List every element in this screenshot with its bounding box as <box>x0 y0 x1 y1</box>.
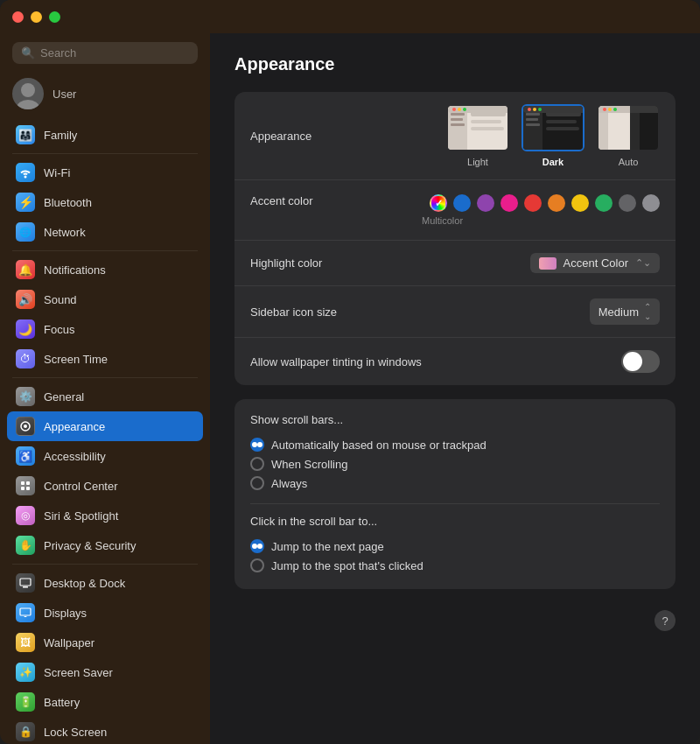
controlcenter-icon <box>16 476 35 495</box>
sidebar-item-battery[interactable]: 🔋 Battery <box>7 687 203 717</box>
accent-blue[interactable] <box>453 194 471 212</box>
minimize-button[interactable] <box>31 11 42 23</box>
sidebar-label-general: General <box>44 390 84 404</box>
click-option-spot[interactable]: Jump to the spot that's clicked <box>250 556 660 575</box>
svg-point-45 <box>613 108 617 111</box>
accent-silver[interactable] <box>642 194 660 212</box>
scrollbar-title: Show scroll bars... <box>250 413 660 426</box>
appearance-option-light[interactable]: Light <box>446 104 509 167</box>
sidebar-item-bluetooth[interactable]: ⚡ Bluetooth <box>7 187 203 217</box>
appearance-options-control: Light <box>422 104 660 167</box>
appearance-option-auto[interactable]: Auto <box>597 104 660 167</box>
sidebar-label-family: Family <box>44 129 77 142</box>
accent-sublabel: Multicolor <box>422 215 463 226</box>
lockscreen-icon: 🔒 <box>16 722 35 741</box>
svg-point-35 <box>538 108 542 111</box>
sidebar-item-sound[interactable]: 🔊 Sound <box>7 284 203 314</box>
page-title: Appearance <box>234 54 676 74</box>
accessibility-icon: ♿ <box>16 446 35 466</box>
sidebar-label-displays: Displays <box>44 607 87 620</box>
network-icon: 🌐 <box>16 222 35 242</box>
wifi-icon <box>16 163 35 182</box>
accent-red[interactable] <box>524 194 542 212</box>
avatar <box>12 78 44 109</box>
accent-graphite[interactable] <box>619 194 636 212</box>
svg-point-43 <box>603 108 606 111</box>
wallpaper-tinting-toggle[interactable] <box>621 350 660 373</box>
appearance-options: Light <box>446 104 660 167</box>
svg-rect-5 <box>26 481 30 485</box>
highlight-swatch <box>539 257 556 270</box>
appearance-option-dark[interactable]: Dark <box>522 104 584 167</box>
general-icon: ⚙️ <box>16 387 35 406</box>
radio-nextpage <box>250 539 264 553</box>
svg-rect-14 <box>451 113 465 116</box>
accent-green[interactable] <box>595 194 612 212</box>
accent-color-control: Multicolor <box>422 194 660 226</box>
svg-rect-31 <box>546 127 579 130</box>
accent-purple[interactable] <box>477 194 494 212</box>
accent-pink[interactable] <box>500 194 518 212</box>
main-content: Appearance Appearance <box>210 0 700 744</box>
svg-point-34 <box>533 108 536 111</box>
sidebar-label-wallpaper: Wallpaper <box>44 636 94 649</box>
svg-point-33 <box>528 108 531 111</box>
accent-color-row: Accent color <box>234 180 676 241</box>
click-option-nextpage[interactable]: Jump to the next page <box>250 537 660 556</box>
sidebar-icon-size-value: Medium <box>598 305 639 319</box>
svg-point-21 <box>452 108 456 111</box>
svg-rect-30 <box>546 120 577 123</box>
sidebar-item-focus[interactable]: 🌙 Focus <box>7 314 203 344</box>
sidebar-item-general[interactable]: ⚙️ General <box>7 382 203 411</box>
highlight-color-select[interactable]: Accent Color ⌃⌄ <box>530 253 660 273</box>
sidebar-label-wifi: Wi-Fi <box>44 166 70 179</box>
click-label-nextpage: Jump to the next page <box>271 540 384 553</box>
help-button[interactable]: ? <box>654 610 676 631</box>
svg-rect-28 <box>526 123 540 126</box>
scrollbar-option-always[interactable]: Always <box>250 474 660 493</box>
svg-rect-27 <box>526 118 538 121</box>
maximize-button[interactable] <box>49 11 60 23</box>
search-box[interactable]: 🔍 Search <box>12 42 198 64</box>
sidebar-label-appearance: Appearance <box>44 420 105 433</box>
close-button[interactable] <box>12 11 24 23</box>
sidebar-item-family[interactable]: 👨‍👩‍👧 Family <box>7 120 203 150</box>
sound-icon: 🔊 <box>16 290 35 309</box>
sidebar: 🔍 Search User 👨‍👩‍👧 Family Wi-Fi <box>0 0 210 744</box>
sidebar-item-notifications[interactable]: 🔔 Notifications <box>7 255 203 284</box>
sidebar-item-privacy[interactable]: ✋ Privacy & Security <box>7 530 203 560</box>
sidebar-item-screensaver[interactable]: ✨ Screen Saver <box>7 657 203 687</box>
sidebar-item-appearance[interactable]: Appearance <box>7 411 203 441</box>
sidebar-item-screentime[interactable]: ⏱ Screen Time <box>7 344 203 374</box>
radio-scrolling <box>250 457 264 471</box>
sidebar-item-desktop[interactable]: Desktop & Dock <box>7 568 203 598</box>
appearance-row: Appearance <box>234 92 676 180</box>
sidebar-item-controlcenter[interactable]: Control Center <box>7 471 203 501</box>
sidebar-item-accessibility[interactable]: ♿ Accessibility <box>7 441 203 471</box>
scrollbar-option-auto[interactable]: Automatically based on mouse or trackpad <box>250 435 660 454</box>
svg-rect-32 <box>523 106 584 113</box>
sidebar-item-displays[interactable]: Displays <box>7 598 203 628</box>
sidebar-item-lockscreen[interactable]: 🔒 Lock Screen <box>7 717 203 744</box>
sidebar-icon-size-control: Medium ⌃⌄ <box>422 298 660 325</box>
user-profile[interactable]: User <box>0 71 210 120</box>
svg-point-1 <box>17 100 39 109</box>
svg-rect-8 <box>20 579 31 586</box>
sidebar-item-wifi[interactable]: Wi-Fi <box>7 158 203 187</box>
scrollbar-option-scrolling[interactable]: When Scrolling <box>250 454 660 474</box>
svg-rect-16 <box>451 123 465 126</box>
sidebar-label-battery: Battery <box>44 696 80 709</box>
accent-multicolor[interactable] <box>430 194 447 212</box>
radio-always <box>250 476 264 490</box>
sidebar-item-wallpaper[interactable]: 🖼 Wallpaper <box>7 628 203 657</box>
accent-yellow[interactable] <box>571 194 589 212</box>
accent-color-label: Accent color <box>250 194 408 207</box>
accent-orange[interactable] <box>548 194 565 212</box>
sidebar-item-network[interactable]: 🌐 Network <box>7 217 203 247</box>
scroll-section-divider <box>250 503 660 504</box>
sidebar-item-siri[interactable]: ◎ Siri & Spotlight <box>7 501 203 530</box>
sidebar-label-desktop: Desktop & Dock <box>44 577 125 590</box>
sidebar-icon-size-select[interactable]: Medium ⌃⌄ <box>590 298 660 325</box>
battery-icon: 🔋 <box>16 692 35 712</box>
appearance-thumb-light <box>446 104 509 151</box>
